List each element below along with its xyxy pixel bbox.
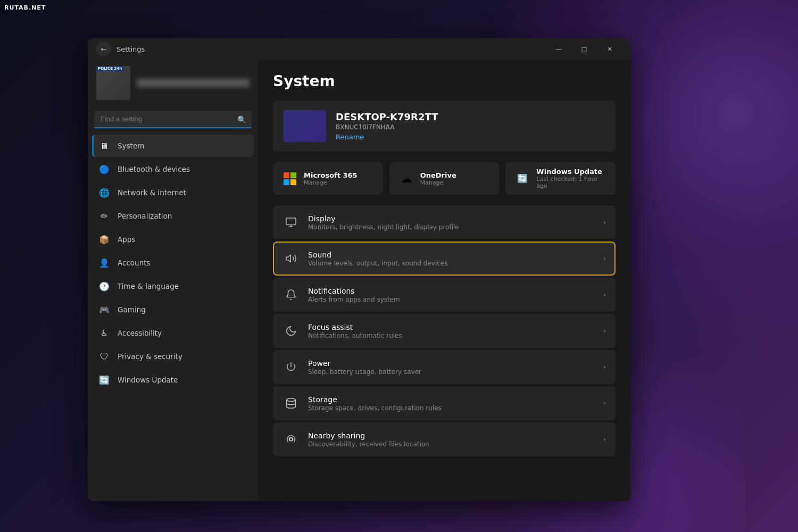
onedrive-icon: ☁️ (398, 170, 415, 187)
ms365-sub: Manage (304, 179, 358, 186)
power-icon (282, 359, 300, 376)
notifications-icon (282, 286, 300, 303)
notifications-label: Notifications (308, 287, 595, 295)
winupdate-icon: 🔄 (514, 170, 531, 187)
personalization-nav-icon: ✏️ (98, 210, 110, 222)
sidebar-label-system: System (118, 142, 144, 150)
computer-info: DESKTOP-K79R2TT BXNUC10i7FNHAA Rename (336, 111, 605, 141)
svg-point-4 (287, 398, 296, 402)
user-name (137, 79, 250, 87)
settings-item-power[interactable]: Power Sleep, battery usage, battery save… (273, 350, 616, 384)
system-nav-icon: 🖥 (98, 140, 110, 152)
privacy-nav-icon: 🛡 (98, 351, 110, 362)
sidebar-item-personalization[interactable]: ✏️ Personalization (92, 205, 254, 227)
settings-item-nearby[interactable]: Nearby sharing Discoverability, received… (273, 422, 616, 456)
focus-label: Focus assist (308, 323, 595, 331)
main-content: System DESKTOP-K79R2TT BXNUC10i7FNHAA Re… (258, 60, 630, 501)
sidebar: POLICE 24h 🔍 🖥 System 🔵 Bluetooth & devi… (88, 60, 258, 501)
computer-thumbnail (284, 110, 326, 142)
sound-icon (282, 250, 300, 267)
power-label: Power (308, 359, 595, 368)
storage-label: Storage (308, 395, 595, 404)
sidebar-label-gaming: Gaming (118, 305, 146, 314)
nearby-chevron: › (603, 436, 606, 443)
nav-list: 🖥 System 🔵 Bluetooth & devices 🌐 Network… (92, 135, 254, 392)
close-button[interactable]: ✕ (597, 40, 622, 57)
focus-desc: Notifications, automatic rules (308, 332, 595, 339)
quick-link-ms365[interactable]: Microsoft 365 Manage (273, 162, 383, 195)
notifications-desc: Alerts from apps and system (308, 296, 595, 303)
search-input[interactable] (94, 111, 252, 128)
sidebar-label-accounts: Accounts (118, 259, 151, 267)
notifications-chevron: › (603, 291, 606, 298)
nearby-desc: Discoverability, received files location (308, 440, 595, 448)
page-title: System (273, 72, 616, 90)
sidebar-item-privacy[interactable]: 🛡 Privacy & security (92, 345, 254, 368)
sidebar-item-accessibility[interactable]: ♿ Accessibility (92, 322, 254, 344)
display-chevron: › (603, 219, 606, 226)
settings-item-notifications[interactable]: Notifications Alerts from apps and syste… (273, 278, 616, 312)
sidebar-label-privacy: Privacy & security (118, 352, 182, 361)
search-box: 🔍 (94, 111, 252, 128)
sidebar-item-network[interactable]: 🌐 Network & internet (92, 181, 254, 204)
sidebar-item-apps[interactable]: 📦 Apps (92, 228, 254, 251)
rename-button[interactable]: Rename (336, 133, 605, 141)
storage-icon (282, 395, 300, 412)
maximize-button[interactable]: □ (572, 40, 596, 57)
apps-nav-icon: 📦 (98, 234, 110, 245)
sidebar-item-update[interactable]: 🔄 Windows Update (92, 369, 254, 391)
sidebar-item-accounts[interactable]: 👤 Accounts (92, 252, 254, 274)
sidebar-label-accessibility: Accessibility (118, 329, 162, 337)
storage-desc: Storage space, drives, configuration rul… (308, 404, 595, 412)
power-chevron: › (603, 363, 606, 371)
user-section: POLICE 24h (92, 60, 254, 109)
search-icon[interactable]: 🔍 (237, 115, 246, 124)
minimize-button[interactable]: — (546, 40, 571, 57)
settings-window: ← Settings — □ ✕ POLICE 24h 🔍 (88, 38, 630, 501)
display-label: Display (308, 214, 595, 223)
focus-icon (282, 322, 300, 339)
nearby-label: Nearby sharing (308, 431, 595, 440)
avatar-badge: POLICE 24h (96, 66, 123, 71)
sidebar-item-system[interactable]: 🖥 System (92, 135, 254, 157)
svg-rect-0 (286, 218, 296, 225)
bluetooth-nav-icon: 🔵 (98, 163, 110, 175)
onedrive-label: OneDrive (420, 171, 456, 179)
ms365-label: Microsoft 365 (304, 171, 358, 179)
sidebar-item-time[interactable]: 🕐 Time & language (92, 275, 254, 297)
back-button[interactable]: ← (96, 41, 111, 56)
sidebar-label-bluetooth: Bluetooth & devices (118, 165, 190, 173)
ms365-icon (281, 170, 298, 187)
update-nav-icon: 🔄 (98, 374, 110, 386)
settings-item-display[interactable]: Display Monitors, brightness, night ligh… (273, 205, 616, 239)
power-desc: Sleep, battery usage, battery saver (308, 368, 595, 376)
window-title: Settings (117, 45, 145, 53)
display-desc: Monitors, brightness, night light, displ… (308, 223, 595, 231)
computer-name: DESKTOP-K79R2TT (336, 111, 605, 122)
settings-item-focus[interactable]: Focus assist Notifications, automatic ru… (273, 314, 616, 348)
accessibility-nav-icon: ♿ (98, 327, 110, 339)
svg-point-5 (289, 438, 293, 441)
settings-item-sound[interactable]: Sound Volume levels, output, input, soun… (273, 242, 616, 276)
avatar: POLICE 24h (96, 66, 130, 100)
quick-link-winupdate[interactable]: 🔄 Windows Update Last checked: 1 hour ag… (505, 162, 616, 195)
time-nav-icon: 🕐 (98, 280, 110, 292)
nearby-icon (282, 431, 300, 448)
sidebar-label-personalization: Personalization (118, 212, 172, 220)
settings-item-storage[interactable]: Storage Storage space, drives, configura… (273, 386, 616, 420)
sidebar-item-bluetooth[interactable]: 🔵 Bluetooth & devices (92, 158, 254, 180)
sidebar-label-update: Windows Update (118, 376, 178, 384)
network-nav-icon: 🌐 (98, 187, 110, 198)
title-bar: ← Settings — □ ✕ (88, 38, 630, 60)
sound-desc: Volume levels, output, input, sound devi… (308, 260, 595, 267)
sidebar-label-network: Network & internet (118, 188, 186, 197)
accounts-nav-icon: 👤 (98, 257, 110, 269)
quick-link-onedrive[interactable]: ☁️ OneDrive Manage (389, 162, 500, 195)
focus-chevron: › (603, 327, 606, 335)
watermark: RUTAB.NET (4, 4, 46, 11)
computer-card: DESKTOP-K79R2TT BXNUC10i7FNHAA Rename (273, 101, 616, 152)
sidebar-label-time: Time & language (118, 282, 179, 290)
settings-list: Display Monitors, brightness, night ligh… (273, 205, 616, 456)
sidebar-item-gaming[interactable]: 🎮 Gaming (92, 298, 254, 321)
sound-label: Sound (308, 251, 595, 259)
